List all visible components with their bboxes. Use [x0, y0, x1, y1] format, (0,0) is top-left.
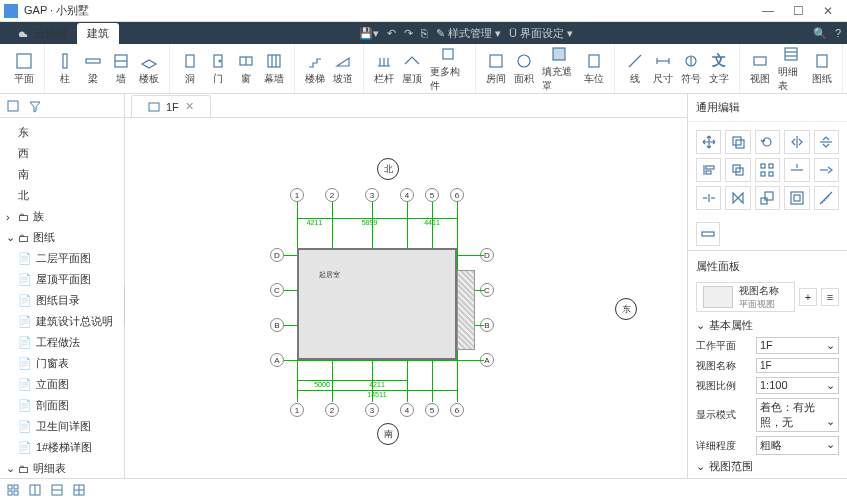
ribbon-dimension[interactable]: 尺寸: [649, 49, 677, 88]
tree-draw-1[interactable]: 📄 屋顶平面图: [0, 269, 124, 290]
ribbon-line[interactable]: 线: [621, 49, 649, 88]
edit-more[interactable]: [696, 222, 720, 246]
svg-rect-62: [14, 491, 18, 495]
view-name-input[interactable]: 1F: [756, 358, 839, 373]
search-icon[interactable]: 🔍: [813, 27, 827, 40]
tree-draw-3[interactable]: 📄 建筑设计总说明: [0, 311, 124, 332]
ribbon-view[interactable]: 视图: [746, 49, 774, 88]
edit-mirror-h[interactable]: [784, 130, 809, 154]
edit-array[interactable]: [755, 158, 780, 182]
tree-draw-0[interactable]: 📄 二层平面图: [0, 248, 124, 269]
panel-icon[interactable]: [6, 99, 20, 113]
deck-area: [457, 270, 475, 350]
tree-drawings-group[interactable]: ⌄🗀 图纸: [0, 227, 124, 248]
tree-east[interactable]: 东: [0, 122, 124, 143]
ribbon-fill-mask[interactable]: 填充遮罩: [538, 42, 580, 95]
status-layout3-icon[interactable]: [72, 483, 86, 497]
ribbon-ramp[interactable]: 坡道: [329, 49, 357, 88]
tree-draw-9[interactable]: 📄 1#楼梯详图: [0, 437, 124, 458]
building-tab[interactable]: 建筑: [77, 23, 119, 44]
work-plane-select[interactable]: 1F ⌄: [756, 337, 839, 354]
list-button[interactable]: ≡: [821, 288, 839, 306]
tree-family-group[interactable]: ›🗀 族: [0, 206, 124, 227]
status-layout1-icon[interactable]: [28, 483, 42, 497]
edit-measure[interactable]: [814, 186, 839, 210]
tree-draw-7[interactable]: 📄 剖面图: [0, 395, 124, 416]
svg-rect-36: [736, 140, 744, 148]
edit-align[interactable]: [696, 158, 721, 182]
undo-icon[interactable]: ↶: [387, 27, 396, 40]
ribbon-roof[interactable]: 屋顶: [398, 49, 426, 88]
close-tab-icon[interactable]: ✕: [185, 100, 194, 113]
svg-rect-47: [769, 172, 773, 176]
tree-draw-5[interactable]: 📄 门窗表: [0, 353, 124, 374]
ribbon-curtain-wall[interactable]: 幕墙: [260, 49, 288, 88]
display-mode-select[interactable]: 着色：有光照，无 ⌄: [756, 398, 839, 432]
edit-scale[interactable]: [755, 186, 780, 210]
ui-settings-menu[interactable]: Ü 界面设定 ▾: [509, 26, 573, 41]
maximize-button[interactable]: ☐: [783, 4, 813, 18]
edit-offset[interactable]: [725, 158, 750, 182]
ribbon-floor[interactable]: 楼板: [135, 49, 163, 88]
ribbon-symbol[interactable]: 符号: [677, 49, 705, 88]
tree-draw-2[interactable]: 📄 图纸目录: [0, 290, 124, 311]
edit-trim[interactable]: [784, 158, 809, 182]
ribbon-window[interactable]: 窗: [232, 49, 260, 88]
status-grid-icon[interactable]: [6, 483, 20, 497]
ribbon-plane[interactable]: 平面: [10, 49, 38, 88]
project-tree: 东 西 南 北 ›🗀 族 ⌄🗀 图纸 📄 二层平面图 📄 屋顶平面图 📄 图纸目…: [0, 118, 124, 478]
ribbon-wall[interactable]: 墙: [107, 49, 135, 88]
ribbon-beam[interactable]: 梁: [79, 49, 107, 88]
filter-icon[interactable]: [28, 99, 42, 113]
detail-level-select[interactable]: 粗略 ⌄: [756, 436, 839, 455]
ribbon-sheet[interactable]: 图纸: [808, 49, 836, 88]
copy-icon[interactable]: ⎘: [421, 27, 428, 39]
tree-draw-6[interactable]: 📄 立面图: [0, 374, 124, 395]
ribbon-area[interactable]: 面积: [510, 49, 538, 88]
ribbon-text[interactable]: 文文字: [705, 49, 733, 88]
section-basic[interactable]: ⌄基本属性: [688, 316, 847, 335]
tree-draw-8[interactable]: 📄 卫生间详图: [0, 416, 124, 437]
save-icon[interactable]: 💾▾: [359, 27, 379, 40]
ribbon-door[interactable]: 门: [204, 49, 232, 88]
ribbon-opening[interactable]: 洞: [176, 49, 204, 88]
ribbon-more[interactable]: 更多构件: [426, 42, 469, 95]
style-manager-menu[interactable]: ✎ 样式管理 ▾: [436, 26, 501, 41]
ribbon-room[interactable]: 房间: [482, 49, 510, 88]
tree-west[interactable]: 西: [0, 143, 124, 164]
canvas-tab-1f[interactable]: 1F ✕: [131, 95, 211, 117]
ribbon-schedule[interactable]: 明细表: [774, 42, 808, 95]
section-range[interactable]: ⌄视图范围: [688, 457, 847, 476]
view-icon: [148, 101, 160, 113]
tree-south[interactable]: 南: [0, 164, 124, 185]
room-2: [299, 290, 359, 330]
edit-group[interactable]: [784, 186, 809, 210]
ribbon-railing[interactable]: 栏杆: [370, 49, 398, 88]
tree-schedule-group[interactable]: ⌄🗀 明细表: [0, 458, 124, 478]
ribbon-parking[interactable]: 车位: [580, 49, 608, 88]
close-button[interactable]: ✕: [813, 4, 843, 18]
view-scale-select[interactable]: 1:100 ⌄: [756, 377, 839, 394]
add-button[interactable]: +: [799, 288, 817, 306]
cloud-tab[interactable]: 云协同: [6, 23, 77, 44]
edit-copy[interactable]: [725, 130, 750, 154]
tree-draw-4[interactable]: 📄 工程做法: [0, 332, 124, 353]
edit-split[interactable]: [696, 186, 721, 210]
tree-north[interactable]: 北: [0, 185, 124, 206]
edit-mirror-v[interactable]: [814, 130, 839, 154]
prop-thumbnail[interactable]: 视图名称 平面视图: [696, 282, 795, 312]
svg-point-7: [219, 60, 221, 62]
ribbon-column[interactable]: 柱: [51, 49, 79, 88]
minimize-button[interactable]: —: [753, 4, 783, 18]
status-layout2-icon[interactable]: [50, 483, 64, 497]
svg-rect-18: [490, 55, 502, 67]
ribbon-stair[interactable]: 楼梯: [301, 49, 329, 88]
edit-move[interactable]: [696, 130, 721, 154]
edit-rotate[interactable]: [755, 130, 780, 154]
edit-extend[interactable]: [814, 158, 839, 182]
redo-icon[interactable]: ↷: [404, 27, 413, 40]
svg-rect-59: [8, 485, 12, 489]
help-icon[interactable]: ?: [835, 27, 841, 40]
canvas-viewport[interactable]: 北 南 东 1 2 3 4 5 6 1 2 3 4 5 6 D C B A D …: [125, 118, 687, 478]
edit-flip[interactable]: [725, 186, 750, 210]
